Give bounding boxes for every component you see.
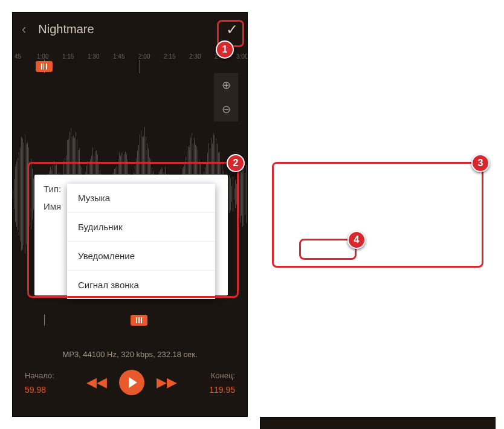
confirm-icon[interactable]: ✓ [474,426,486,430]
time-ruler: 45 1:00 1:15 1:30 1:45 2:00 2:15 2:30 2:… [13,46,247,61]
callout-2 [27,162,239,298]
screen-right: ‹ Nightmare ✓ 45 1:00 1:15 1:30 1:45 2:0… [260,417,496,429]
badge-1: 1 [216,40,234,59]
badge-2: 2 [227,154,245,172]
page-title: Nightmare [38,22,226,36]
badge-4: 4 [347,231,366,249]
header: ‹ Nightmare ✓ [260,418,495,429]
back-icon[interactable]: ‹ [270,427,274,430]
forward-icon[interactable]: ▶▶ [157,375,177,390]
start-time: Начало: 59.98 [25,371,54,395]
play-button[interactable] [119,370,144,395]
back-icon[interactable]: ‹ [22,22,26,37]
badge-3: 3 [471,154,489,172]
zoom-in-icon[interactable]: ⊕ [214,73,238,97]
header: ‹ Nightmare ✓ [13,13,247,46]
play-icon [129,377,137,388]
audio-info: MP3, 44100 Hz, 320 kbps, 232.18 сек. [13,350,247,359]
zoom-out-icon[interactable]: ⊖ [214,97,238,121]
zoom-controls: ⊕ ⊖ [214,73,238,121]
playback-controls: Начало: 59.98 ◀◀ ▶▶ Конец: 119.95 [13,370,247,395]
end-time: Конец: 119.95 [209,371,235,395]
selection-end-handle[interactable] [131,315,147,326]
rewind-icon[interactable]: ◀◀ [86,375,107,390]
